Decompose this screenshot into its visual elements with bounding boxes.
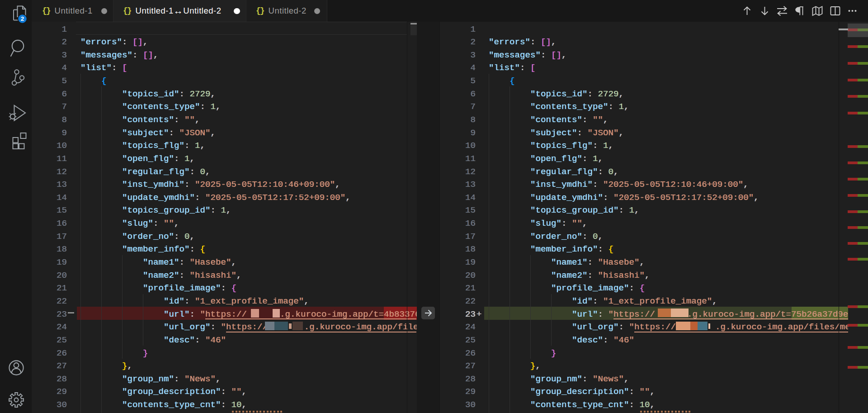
svg-text:2: 2 [21,15,24,22]
